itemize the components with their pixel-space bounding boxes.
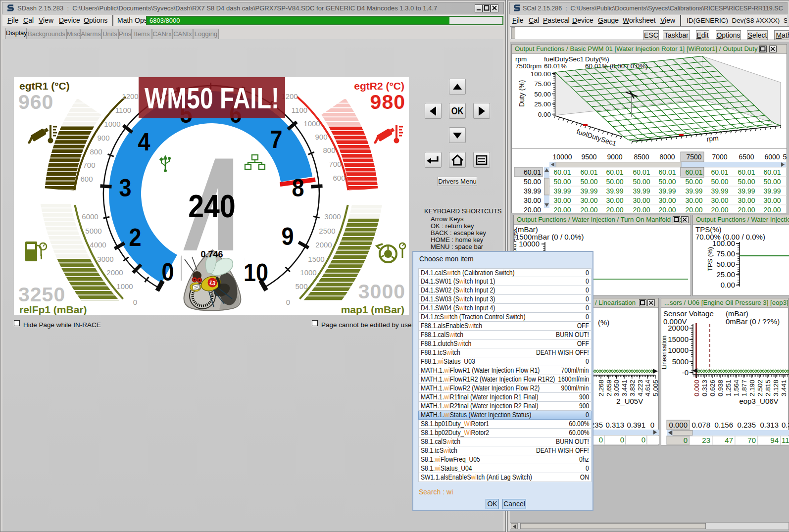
svg-text:118: 118 [782, 436, 789, 444]
svg-text:7500rpm: 7500rpm [515, 62, 542, 70]
svg-text:10000: 10000 [668, 346, 689, 354]
svg-text:10000: 10000 [553, 153, 572, 161]
svg-text:0: 0 [286, 298, 290, 306]
svg-text:10: 10 [244, 259, 268, 287]
svg-text:30.00: 30.00 [524, 196, 541, 204]
svg-text:25.00: 25.00 [534, 100, 551, 108]
svg-text:0.626: 0.626 [709, 380, 716, 396]
svg-text:2_U05V: 2_U05V [616, 397, 643, 405]
svg-text:0.078: 0.078 [691, 421, 710, 429]
svg-text:rpm: rpm [515, 55, 527, 63]
svg-text:39.99: 39.99 [711, 187, 728, 195]
svg-text:70: 70 [747, 436, 756, 444]
svg-text:6000: 6000 [82, 212, 98, 221]
svg-text:4.223: 4.223 [637, 380, 644, 396]
svg-text:3.441: 3.441 [621, 380, 628, 396]
svg-text:23: 23 [702, 436, 710, 444]
svg-text:39.99: 39.99 [524, 187, 541, 195]
svg-text:3.050: 3.050 [613, 380, 620, 396]
svg-text:50.00: 50.00 [580, 178, 597, 186]
svg-text:800: 800 [90, 147, 102, 156]
svg-text:50.00: 50.00 [763, 178, 781, 186]
svg-text:20.00: 20.00 [553, 206, 571, 214]
svg-text:50.00: 50.00 [606, 178, 623, 186]
svg-text:100.00: 100.00 [712, 239, 735, 247]
svg-text:1100: 1100 [115, 106, 131, 114]
svg-text:20.00: 20.00 [633, 206, 650, 214]
svg-text:4: 4 [138, 128, 150, 156]
svg-text:2.190: 2.190 [748, 380, 756, 396]
svg-text:240: 240 [188, 189, 235, 224]
svg-text:60.01: 60.01 [633, 168, 650, 176]
svg-text:20.00: 20.00 [763, 206, 781, 214]
svg-text:39.99: 39.99 [763, 187, 781, 195]
svg-text:20.00: 20.00 [711, 206, 728, 214]
svg-text:2.268: 2.268 [597, 380, 605, 396]
svg-text:0.235: 0.235 [737, 421, 756, 429]
svg-text:2000: 2000 [315, 241, 332, 249]
svg-text:0.938: 0.938 [717, 380, 724, 396]
svg-text:60.01: 60.01 [553, 168, 571, 176]
svg-text:5000: 5000 [85, 227, 101, 235]
svg-text:2: 2 [129, 224, 141, 251]
svg-text:WM50 FAIL!: WM50 FAIL! [145, 82, 279, 115]
svg-text:0.156: 0.156 [714, 421, 733, 429]
svg-text:50.00: 50.00 [716, 260, 735, 268]
svg-text:map1 (mBar): map1 (mBar) [341, 304, 404, 315]
svg-text:2.659: 2.659 [605, 380, 613, 396]
svg-text:2.502: 2.502 [756, 380, 764, 396]
svg-text:3000: 3000 [97, 255, 113, 263]
svg-text:39.99: 39.99 [553, 187, 571, 195]
svg-text:0.00: 0.00 [721, 281, 735, 289]
svg-text:fuelDutySec1: fuelDutySec1 [544, 55, 584, 63]
svg-text:5000: 5000 [672, 357, 689, 366]
svg-text:60.01: 60.01 [524, 168, 541, 176]
svg-text:60.01: 60.01 [711, 168, 728, 176]
svg-text:60.01: 60.01 [763, 168, 781, 176]
svg-text:1500: 1500 [308, 255, 324, 263]
svg-text:3000: 3000 [358, 280, 405, 303]
svg-text:eop3_U06V: eop3_U06V [739, 397, 778, 405]
svg-text:30.00: 30.00 [738, 196, 755, 204]
svg-text:2.815: 2.815 [764, 380, 772, 396]
svg-text:8500: 8500 [634, 153, 649, 161]
svg-text:600: 600 [80, 175, 93, 183]
svg-text:39.99: 39.99 [633, 187, 650, 195]
svg-text:1200: 1200 [122, 92, 138, 100]
svg-text:0.313: 0.313 [605, 421, 624, 429]
svg-text:9500: 9500 [581, 153, 596, 161]
svg-text:3.832: 3.832 [629, 380, 636, 396]
svg-text:0.313: 0.313 [701, 380, 708, 396]
svg-text:75.00: 75.00 [716, 249, 735, 258]
svg-text:900: 900 [97, 134, 109, 142]
svg-text:39.99: 39.99 [580, 187, 597, 195]
svg-text:3000: 3000 [324, 212, 341, 221]
svg-text:50.00: 50.00 [711, 178, 728, 186]
svg-text:39.99: 39.99 [738, 187, 755, 195]
svg-text:60.01: 60.01 [580, 168, 597, 176]
svg-text:8000: 8000 [659, 153, 675, 161]
svg-text:0mBar (0 / ??%): 0mBar (0 / ??%) [726, 317, 780, 326]
svg-text:60.01: 60.01 [606, 168, 623, 176]
svg-text:1000: 1000 [104, 120, 120, 128]
svg-text:1.564: 1.564 [733, 380, 740, 396]
svg-text:0.313: 0.313 [760, 421, 779, 429]
svg-text:0.746: 0.746 [200, 249, 223, 260]
svg-text:20.00: 20.00 [580, 206, 597, 214]
svg-text:relFp1 (mBar): relFp1 (mBar) [19, 304, 87, 315]
svg-text:0.000: 0.000 [669, 421, 688, 429]
svg-text:15000: 15000 [668, 335, 689, 343]
svg-text:30.00: 30.00 [633, 196, 650, 204]
svg-text:50.00: 50.00 [633, 178, 650, 186]
svg-text:(%): (%) [598, 318, 609, 327]
svg-text:1000: 1000 [303, 119, 320, 128]
svg-text:egtR1 (°C): egtR1 (°C) [19, 80, 70, 92]
svg-text:-0: -0 [682, 368, 689, 377]
svg-text:0.39: 0.39 [782, 421, 789, 429]
svg-text:6000: 6000 [764, 153, 780, 161]
svg-text:1000: 1000 [116, 282, 133, 290]
svg-text:2000: 2000 [106, 268, 123, 277]
svg-text:20000: 20000 [668, 324, 689, 332]
svg-text:50.00: 50.00 [685, 178, 702, 186]
svg-text:0: 0 [620, 435, 624, 444]
